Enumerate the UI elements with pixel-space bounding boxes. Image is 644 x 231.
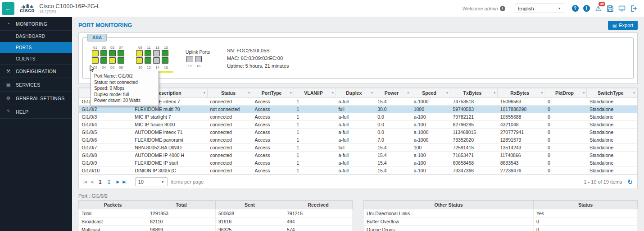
bottom-port-numbers: 0204060810121416 bbox=[91, 64, 173, 69]
switch-name-tab[interactable]: ASA bbox=[87, 34, 107, 42]
column-header-txbytes[interactable]: TxBytes▼ bbox=[450, 88, 497, 98]
cell: FLEXIDOME multi 70 bbox=[132, 106, 207, 113]
port-row-Gi1/0/5[interactable]: Gi1/0/5AUTODOME inteox 71connectedAccess… bbox=[79, 129, 637, 136]
column-header-pktdrop[interactable]: PktDrop▼ bbox=[545, 88, 587, 98]
refresh-icon[interactable]: ↻ bbox=[627, 178, 633, 185]
uplink-port-17[interactable] bbox=[186, 56, 193, 62]
detail-row: Buffer Overflow0 bbox=[364, 217, 638, 226]
port-01[interactable] bbox=[92, 50, 99, 56]
sidebar-item-help[interactable]: ?HELP bbox=[0, 105, 72, 119]
column-header-switchtype[interactable]: SwitchType▼ bbox=[587, 88, 637, 98]
filter-icon[interactable]: ▼ bbox=[203, 92, 206, 94]
cell: Access bbox=[252, 152, 294, 159]
port-08[interactable] bbox=[118, 57, 124, 64]
port-07[interactable] bbox=[118, 50, 124, 56]
port-16[interactable] bbox=[162, 57, 168, 64]
switch-visual-panel: ASA 0103050709111315 0204060810121416 Up… bbox=[78, 32, 638, 84]
cell: 15.4 bbox=[375, 144, 411, 152]
cell: 7.0 bbox=[375, 136, 411, 144]
port-row-Gi1/0/4[interactable]: Gi1/0/4MIC IP fusion 9000connectedAccess… bbox=[79, 121, 637, 129]
last-page-button[interactable]: ▶| bbox=[122, 180, 126, 184]
save-config-button[interactable] bbox=[607, 5, 614, 12]
port-14[interactable] bbox=[153, 57, 160, 64]
page-button-1[interactable]: 1 bbox=[96, 179, 104, 185]
port-row-Gi1/0/8[interactable]: Gi1/0/8AUTODOME IP 4000 HconnectedAccess… bbox=[79, 152, 637, 159]
cell: Uni-Directional Links bbox=[364, 209, 534, 217]
port-05[interactable] bbox=[109, 50, 116, 56]
column-header-porttype[interactable]: PortType▼ bbox=[252, 88, 294, 98]
port-06[interactable] bbox=[109, 57, 116, 64]
cell: connected bbox=[207, 98, 252, 106]
page-size-select[interactable]: 10 ▼ bbox=[135, 177, 168, 186]
logout-button[interactable] bbox=[630, 5, 637, 12]
filter-icon[interactable]: ▼ bbox=[582, 92, 585, 94]
port-03[interactable] bbox=[100, 50, 107, 56]
filter-icon[interactable]: ▼ bbox=[407, 92, 409, 94]
page-button-2[interactable]: 2 bbox=[105, 179, 113, 185]
cell: 15.4 bbox=[375, 167, 411, 175]
export-button[interactable]: ▤ Export bbox=[608, 21, 638, 30]
filter-icon[interactable]: ▼ bbox=[493, 92, 496, 94]
sidebar-item-ports[interactable]: PORTS bbox=[0, 42, 72, 53]
help-icon[interactable]: ? bbox=[572, 5, 579, 12]
sidebar-item-services[interactable]: ▤SERVICES bbox=[0, 78, 72, 92]
first-page-button[interactable]: |◀ bbox=[83, 180, 86, 184]
next-page-button[interactable]: ▶ bbox=[116, 180, 119, 184]
port-row-Gi1/0/2[interactable]: Gi1/0/2FLEXIDOME multi 70not connectedAc… bbox=[79, 106, 637, 113]
port-row-Gi1/0/1[interactable]: Gi1/0/1FLEXIDOME inteox 7connectedAccess… bbox=[79, 98, 637, 106]
cell: Gi1/0/7 bbox=[79, 144, 132, 152]
sidebar-item-monitoring[interactable]: ◔MONITORING bbox=[0, 17, 72, 31]
port-row-Gi1/0/3[interactable]: Gi1/0/3MIC IP starlight 7connectedAccess… bbox=[79, 113, 637, 121]
language-select[interactable]: English ▼ bbox=[515, 4, 564, 13]
welcome-text: Welcome admin bbox=[463, 6, 498, 11]
sidebar-item-label: HELP bbox=[16, 109, 28, 115]
cell: 15.4 bbox=[375, 98, 411, 106]
cell: 1 bbox=[294, 113, 336, 121]
sidebar-item-dashboard[interactable]: DASHBOARD bbox=[0, 31, 72, 42]
info-icon[interactable]: i bbox=[583, 5, 590, 12]
column-header-rxbytes[interactable]: RxBytes▼ bbox=[498, 88, 545, 98]
cell: Access bbox=[252, 121, 294, 129]
column-header-vlan-ip[interactable]: VLAN/IP▼ bbox=[294, 88, 336, 98]
column-header-speed[interactable]: Speed▼ bbox=[411, 88, 450, 98]
cell: 0 bbox=[533, 226, 637, 231]
port-02[interactable] bbox=[92, 57, 99, 64]
monitor-icon bbox=[618, 5, 626, 12]
port-row-Gi1/0/10[interactable]: Gi1/0/10DINION IP 3000i (CconnectedAcces… bbox=[79, 167, 637, 175]
column-header-duplex[interactable]: Duplex▼ bbox=[336, 88, 375, 98]
uplink-port-18[interactable] bbox=[195, 56, 202, 62]
port-row-Gi1/0/7[interactable]: Gi1/0/7NBN-80052-BA DINIOconnectedAccess… bbox=[79, 144, 637, 152]
filter-icon[interactable]: ▼ bbox=[371, 92, 373, 94]
sidebar-item-configuration[interactable]: ⚒CONFIGURATION bbox=[0, 65, 72, 78]
filter-icon[interactable]: ▼ bbox=[541, 92, 544, 94]
cell: Access bbox=[252, 136, 294, 144]
sidebar-item-clients[interactable]: CLIENTS bbox=[0, 53, 72, 65]
filter-icon[interactable]: ▼ bbox=[248, 92, 250, 94]
column-header-power[interactable]: Power▼ bbox=[375, 88, 411, 98]
filter-icon[interactable]: ▼ bbox=[633, 92, 635, 94]
display-button[interactable] bbox=[618, 5, 626, 12]
cell: 1 bbox=[294, 129, 336, 136]
filter-icon[interactable]: ▼ bbox=[331, 92, 334, 94]
prev-page-button[interactable]: ◀ bbox=[90, 180, 93, 184]
port-15[interactable] bbox=[162, 50, 168, 56]
port-04[interactable] bbox=[100, 57, 107, 64]
port-09[interactable] bbox=[136, 50, 143, 56]
port-12[interactable] bbox=[145, 57, 151, 64]
cell: a-full bbox=[336, 136, 375, 144]
tooltip-line: Speed: 0 Mbps bbox=[94, 85, 155, 92]
port-13[interactable] bbox=[153, 50, 160, 56]
sidebar-item-general-settings[interactable]: ⚙GENERAL SETTINGS bbox=[0, 92, 72, 105]
filter-icon[interactable]: ▼ bbox=[446, 92, 449, 94]
filter-icon[interactable]: ▼ bbox=[290, 92, 292, 94]
column-header-status[interactable]: Status▼ bbox=[207, 88, 252, 98]
port-10[interactable] bbox=[136, 57, 143, 64]
port-row-Gi1/0/6[interactable]: Gi1/0/6FLEXIDOME panoramiconnectedAccess… bbox=[79, 136, 637, 144]
save-icon bbox=[607, 5, 614, 12]
detail-row: Multicast9689996325574 bbox=[79, 226, 353, 231]
back-button[interactable]: ← bbox=[2, 2, 14, 15]
session-info-icon[interactable]: i bbox=[500, 6, 505, 11]
port-row-Gi1/0/9[interactable]: Gi1/0/9FLEXIDOME IP starlconnectedAccess… bbox=[79, 159, 637, 167]
alerts-button[interactable]: ⚠ 39 bbox=[595, 5, 601, 12]
port-11[interactable] bbox=[145, 50, 151, 56]
